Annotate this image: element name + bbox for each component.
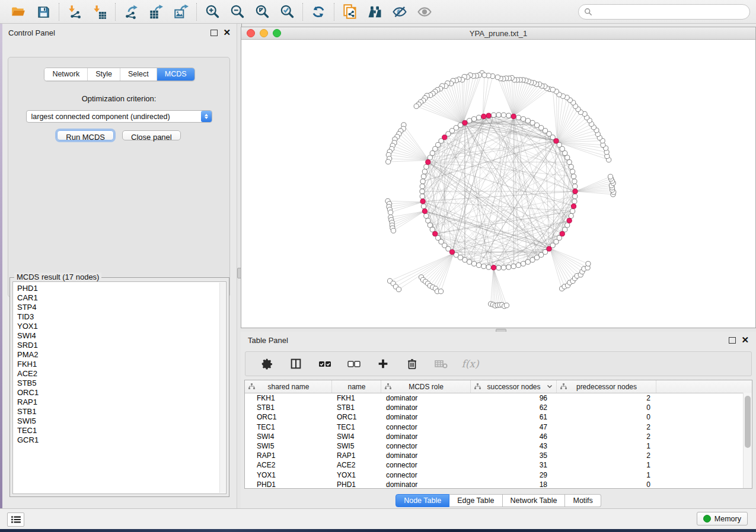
column-header-shared-name[interactable]: shared name: [245, 380, 332, 393]
close-panel-button[interactable]: Close panel: [122, 130, 181, 140]
control-panel-tab-network[interactable]: Network: [44, 68, 88, 81]
export-table-button[interactable]: [143, 2, 168, 21]
column-type-icon: [385, 383, 391, 390]
mcds-result-item[interactable]: STP4: [17, 303, 226, 312]
list-scrollbar-track[interactable]: [219, 283, 225, 493]
add-column-icon[interactable]: [375, 355, 391, 372]
scrollbar-thumb[interactable]: [745, 396, 751, 448]
close-panel-icon[interactable]: ✕: [741, 337, 749, 343]
table-row[interactable]: ACE2ACE2connector311: [245, 460, 752, 470]
panel-menu-button[interactable]: [7, 512, 24, 527]
table-scrollbar[interactable]: [743, 393, 752, 488]
toolbar-separator: [59, 3, 59, 21]
network-window-titlebar[interactable]: YPA_prune.txt_1: [241, 27, 756, 40]
column-header-MCDS-role[interactable]: MCDS role: [381, 380, 471, 393]
refresh-button[interactable]: [306, 2, 331, 21]
table-tab-motifs[interactable]: Motifs: [565, 494, 601, 507]
mcds-result-item[interactable]: FKH1: [17, 360, 226, 369]
mcds-result-item[interactable]: GCR1: [17, 435, 226, 445]
mcds-result-item[interactable]: RAP1: [17, 398, 226, 407]
mcds-result-item[interactable]: STB1: [17, 407, 226, 416]
search-box[interactable]: [578, 4, 750, 20]
table-cell: 0: [557, 403, 656, 412]
float-panel-icon[interactable]: [729, 337, 736, 344]
table-cell: dominator: [381, 432, 471, 441]
float-panel-icon[interactable]: [210, 30, 218, 36]
open-file-button[interactable]: [6, 2, 31, 21]
zoom-out-button[interactable]: [225, 2, 250, 21]
table-row[interactable]: RAP1RAP1dominator352: [245, 451, 752, 460]
export-image-button[interactable]: [168, 2, 193, 21]
table-tab-network-table[interactable]: Network Table: [503, 494, 566, 507]
table-tab-edge-table[interactable]: Edge Table: [449, 494, 502, 507]
control-panel-tab-style[interactable]: Style: [88, 68, 120, 81]
table-row[interactable]: STB1STB1dominator620: [245, 403, 752, 412]
run-mcds-button[interactable]: Run MCDS: [57, 130, 114, 140]
binoculars-icon: [366, 4, 383, 20]
memory-button[interactable]: Memory: [697, 512, 748, 525]
table-cell: 0: [557, 413, 656, 421]
mcds-result-item[interactable]: TID3: [17, 312, 226, 322]
table-cell: 1: [557, 461, 656, 469]
network-view-canvas[interactable]: [241, 40, 756, 328]
import-network-button[interactable]: [62, 2, 87, 21]
column-header-predecessor-nodes[interactable]: predecessor nodes: [557, 380, 656, 393]
table-row[interactable]: YOX1YOX1connector291: [245, 470, 752, 480]
table-row[interactable]: PHD1PHD1dominator180: [245, 480, 752, 489]
table-row[interactable]: SWI4SWI4dominator462: [245, 432, 752, 441]
mcds-result-item[interactable]: SWI4: [17, 331, 226, 341]
mcds-result-item[interactable]: SWI5: [17, 416, 226, 426]
table-cell: 1: [557, 442, 656, 450]
table-tab-node-table[interactable]: Node Table: [395, 494, 449, 507]
table-row[interactable]: SWI5SWI5connector431: [245, 441, 752, 451]
delete-column-icon[interactable]: [404, 355, 420, 372]
table-cell: ACE2: [332, 461, 381, 469]
table-row[interactable]: ORC1ORC1dominator610: [245, 412, 752, 422]
mcds-result-item[interactable]: ORC1: [17, 388, 226, 398]
table-row[interactable]: TEC1TEC1connector472: [245, 422, 752, 432]
search-input[interactable]: [596, 7, 744, 17]
optimization-criterion-dropdown[interactable]: largest connected component (undirected): [26, 110, 212, 123]
control-panel: Control Panel ✕ Optimization criterion: …: [2, 24, 237, 508]
mcds-result-item[interactable]: PHD1: [17, 284, 226, 293]
dropdown-stepper-icon: [201, 111, 212, 122]
table-cell: 62: [471, 403, 557, 412]
table-cell: PHD1: [332, 480, 381, 489]
settings-gear-icon[interactable]: [259, 355, 275, 372]
zoom-in-button[interactable]: [200, 2, 225, 21]
column-header-successor-nodes[interactable]: successor nodes: [471, 380, 557, 393]
mcds-result-item[interactable]: STB5: [17, 379, 226, 388]
save-session-button[interactable]: [31, 2, 56, 21]
mcds-result-item[interactable]: TEC1: [17, 426, 226, 435]
table-cell: 2: [557, 451, 656, 460]
zoom-selected-button[interactable]: [275, 2, 299, 21]
table-cell: ORC1: [245, 413, 332, 421]
export-network-button[interactable]: [119, 2, 143, 21]
table-cell: ACE2: [245, 461, 332, 469]
control-panel-tab-mcds[interactable]: MCDS: [157, 68, 194, 81]
deselect-all-icon[interactable]: [346, 355, 362, 372]
first-neighbors-button[interactable]: [362, 2, 387, 21]
open-folder-icon: [11, 4, 26, 20]
zoom-fit-button[interactable]: [250, 2, 275, 21]
mcds-result-item[interactable]: ACE2: [17, 369, 226, 379]
table-toolbar: f(x): [245, 351, 752, 376]
mcds-result-list[interactable]: PHD1CAR1STP4TID3YOX1SWI4SRD1PMA2FKH1ACE2…: [12, 281, 227, 494]
import-table-button[interactable]: [87, 2, 112, 21]
mcds-result-item[interactable]: YOX1: [17, 322, 226, 331]
hide-selected-button[interactable]: [387, 2, 412, 21]
table-row[interactable]: FKH1FKH1dominator962: [245, 393, 752, 403]
control-panel-tab-select[interactable]: Select: [120, 68, 157, 81]
select-all-icon[interactable]: [317, 355, 333, 372]
mcds-result-item[interactable]: PMA2: [17, 350, 226, 360]
clone-network-button[interactable]: [337, 2, 362, 21]
eye-icon: [416, 4, 433, 20]
column-panel-icon[interactable]: [288, 355, 304, 372]
mcds-result-item[interactable]: SRD1: [17, 341, 226, 350]
mcds-result-item[interactable]: CAR1: [17, 293, 226, 303]
close-panel-icon[interactable]: ✕: [223, 30, 231, 36]
column-header-name[interactable]: name: [332, 380, 381, 393]
table-cell: PHD1: [245, 480, 332, 489]
show-all-button[interactable]: [412, 2, 437, 21]
table-cell: TEC1: [332, 423, 381, 431]
